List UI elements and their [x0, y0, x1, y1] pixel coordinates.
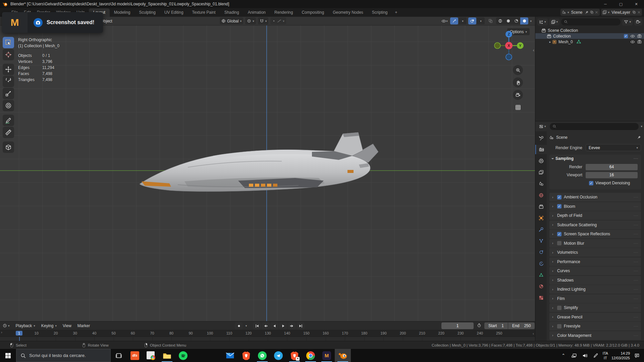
drag-handle[interactable]: ∙∙∙∙ [634, 251, 638, 254]
tool-measure-button[interactable] [3, 127, 14, 138]
camera-view-button[interactable] [513, 90, 523, 100]
workspace-tab-compositing[interactable]: Compositing [297, 8, 328, 17]
section-performance[interactable]: ›Performance∙∙∙∙ [549, 257, 641, 266]
exclude-checkbox[interactable]: ✓ [624, 34, 628, 38]
new-collection-button[interactable] [634, 18, 642, 25]
show-overlays-toggle[interactable] [468, 17, 476, 24]
navigation-gizmo[interactable]: Z Y X [493, 29, 525, 62]
properties-tab-material[interactable] [535, 282, 547, 291]
next-keyframe-button[interactable] [288, 322, 296, 329]
properties-tab-object[interactable] [535, 213, 547, 223]
tool-cursor-button[interactable] [3, 49, 14, 60]
section-bloom[interactable]: ›✓Bloom∙∙∙∙ [549, 202, 641, 211]
timeline-menu-view[interactable]: View [60, 322, 74, 329]
drag-handle[interactable]: ∙∙∙∙ [634, 306, 638, 309]
hide-eye-icon[interactable] [630, 40, 635, 44]
pivot-point-dropdown[interactable]: ▾ [245, 17, 256, 24]
drag-handle[interactable]: ∙∙∙∙ [634, 279, 638, 282]
drag-handle[interactable]: ∙∙∙∙ [634, 195, 638, 199]
expand-icon[interactable]: ▸ [548, 40, 552, 44]
section-motion-blur[interactable]: ›Motion Blur∙∙∙∙ [549, 239, 641, 248]
show-gizmo-toggle[interactable] [450, 17, 458, 24]
workspace-tab-animation[interactable]: Animation [244, 8, 270, 17]
play-button[interactable] [279, 322, 287, 329]
hide-eye-icon[interactable] [630, 34, 635, 39]
frame-end-field[interactable]: End 250 [508, 322, 535, 329]
visibility-dropdown[interactable]: ▾ [440, 17, 448, 24]
timeline-menu-playback[interactable]: Playback▾ [13, 322, 38, 329]
viewlayer-selector[interactable]: ▾ ViewLayer ✕ [601, 9, 642, 16]
shading-rendered-button[interactable] [520, 17, 528, 24]
drag-handle[interactable]: ∙∙∙∙ [634, 242, 638, 245]
section-checkbox[interactable]: ✓ [557, 204, 561, 208]
pen-icon[interactable] [592, 353, 599, 358]
tool-rotate-button[interactable] [3, 76, 14, 87]
screenshot-notification[interactable]: M Screenshot saved! [2, 12, 103, 33]
pan-hand-button[interactable] [513, 77, 523, 87]
current-frame-marker[interactable]: 1 [16, 331, 22, 336]
action-center-icon[interactable] [633, 353, 641, 358]
properties-tab-collection[interactable] [535, 202, 547, 211]
start-button[interactable] [0, 349, 16, 362]
add-workspace-button[interactable]: + [392, 8, 400, 17]
properties-tab-viewlayer[interactable] [535, 168, 547, 177]
prev-keyframe-button[interactable] [262, 322, 270, 329]
workspace-tab-shading[interactable]: Shading [220, 8, 244, 17]
tool-select-box-button[interactable] [3, 37, 14, 48]
properties-tab-constraints[interactable] [535, 259, 547, 268]
task-view-button[interactable] [111, 349, 127, 362]
drag-handle[interactable]: ∙∙∙∙ [634, 315, 638, 319]
timeline-menu-marker[interactable]: Marker [75, 322, 93, 329]
taskbar-clock[interactable]: 14:29 12/03/2025 [611, 351, 630, 360]
scene-selector[interactable]: ▾ Scene ✕ [560, 9, 600, 16]
drag-handle[interactable]: ∙∙∙∙ [634, 324, 638, 328]
render-engine-dropdown[interactable]: Eevee ▾ [586, 144, 641, 151]
tool-transform-button[interactable] [3, 100, 14, 111]
proportional-editing-dropdown[interactable]: ▾ [270, 17, 286, 24]
properties-tab-tool[interactable] [535, 133, 547, 143]
volume-icon[interactable] [581, 353, 589, 358]
tray-chevron-icon[interactable]: ⌃ [560, 353, 567, 358]
3d-viewport[interactable]: Right Orthographic (1) Collection | Mesh… [0, 25, 535, 321]
section-curves[interactable]: ›Curves∙∙∙∙ [549, 266, 641, 275]
section-indirect-lighting[interactable]: ›Indirect Lighting∙∙∙∙ [549, 285, 641, 294]
outliner-display-mode-dropdown[interactable]: ▾ [549, 18, 560, 25]
checkbox-checked-icon[interactable]: ✓ [589, 181, 593, 185]
drag-handle[interactable]: ∙∙∙∙ [634, 260, 638, 263]
sampling-render-field[interactable]: 64 [586, 164, 638, 170]
drag-handle[interactable]: ∙∙∙∙ [634, 223, 638, 227]
outliner-editor-type-dropdown[interactable]: ▾ [537, 18, 548, 25]
disable-render-icon[interactable] [637, 40, 642, 44]
workspace-tab-uv-editing[interactable]: UV Editing [160, 8, 188, 17]
section-simplify[interactable]: ›Simplify∙∙∙∙ [549, 303, 641, 312]
drag-handle[interactable]: ∙∙∙∙ [634, 269, 638, 273]
pin-icon[interactable] [637, 135, 641, 139]
frame-start-field[interactable]: Start 1 [484, 322, 508, 329]
properties-search-input[interactable] [550, 123, 639, 130]
properties-tab-world[interactable] [535, 190, 547, 200]
drag-handle[interactable]: ∙∙∙∙ [634, 205, 638, 208]
tool-annotate-button[interactable] [3, 115, 14, 126]
workspace-tab-modeling[interactable]: Modeling [110, 8, 135, 17]
timeline-editor-type-dropdown[interactable]: ▾ [3, 323, 10, 328]
section-volumetrics[interactable]: ›Volumetrics∙∙∙∙ [549, 248, 641, 257]
taskbar-app-brave-x[interactable]: ✕ [286, 349, 303, 362]
section-freestyle[interactable]: ›Freestyle∙∙∙∙ [549, 322, 641, 330]
sidebar-collapse-arrow[interactable]: ‹ [533, 48, 534, 53]
outliner-row-collection[interactable]: Collection✓ [535, 33, 644, 39]
perspective-toggle-button[interactable] [513, 102, 523, 112]
workspace-tab-texture-paint[interactable]: Texture Paint [188, 8, 220, 17]
timeline-collapse-arrow[interactable]: ‹ [533, 331, 534, 336]
copy-icon[interactable] [590, 10, 594, 14]
viewport-denoising-row[interactable]: ✓ Viewport Denoising [589, 179, 641, 187]
maximize-button[interactable]: ▢ [613, 0, 629, 8]
section-checkbox[interactable] [557, 324, 561, 328]
drag-handle[interactable]: ∙∙∙∙ [634, 232, 638, 236]
taskbar-app-dts[interactable]: dts [127, 349, 143, 362]
section-color-management[interactable]: ›Color Management∙∙∙∙ [549, 331, 641, 340]
section-checkbox[interactable]: ✓ [557, 232, 561, 236]
section-checkbox[interactable]: ✓ [557, 195, 561, 199]
disable-render-icon[interactable] [637, 34, 642, 38]
taskbar-app-mail[interactable] [222, 349, 238, 362]
workspace-tab-geometry-nodes[interactable]: Geometry Nodes [328, 8, 368, 17]
